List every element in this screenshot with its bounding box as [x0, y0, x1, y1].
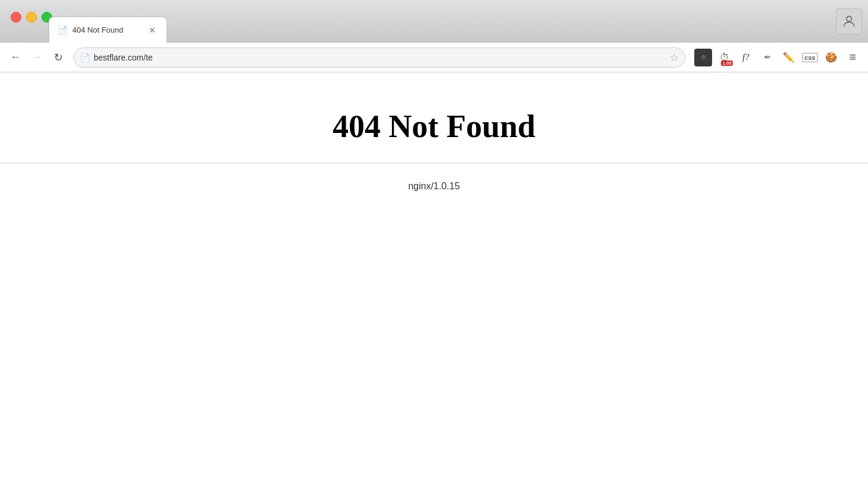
tab-close-button[interactable]: ✕ — [146, 24, 158, 36]
browser-window: 📄 404 Not Found ✕ ← → ↻ 📄 ☆ ⏱ — [0, 0, 868, 502]
active-tab[interactable]: 📄 404 Not Found ✕ — [49, 17, 167, 43]
edit-icon: ✒ — [764, 52, 771, 63]
new-tab-button[interactable] — [170, 25, 191, 43]
traffic-lights — [11, 12, 52, 23]
tab-page-icon: 📄 — [58, 26, 68, 35]
font-extension-icon[interactable]: f? — [736, 48, 755, 67]
load-time-badge: 1.05 — [721, 61, 733, 66]
close-button[interactable] — [11, 12, 21, 23]
highlight-icon: ✏️ — [783, 52, 794, 63]
forward-button[interactable]: → — [27, 48, 46, 67]
css-extension-icon[interactable]: css — [800, 48, 819, 67]
speed-extension-icon[interactable]: ⏱ — [694, 48, 713, 67]
css-icon: css — [802, 53, 818, 62]
back-button[interactable]: ← — [6, 48, 25, 67]
bookmark-button[interactable]: ☆ — [669, 51, 679, 64]
nav-bar: ← → ↻ 📄 ☆ ⏱ ⏱ 1.05 f? — [0, 43, 868, 72]
cookie-extension-icon[interactable]: 🍪 — [822, 48, 841, 67]
address-bar[interactable]: 📄 ☆ — [74, 47, 685, 68]
speed-icon-badge: ⏱ — [694, 49, 712, 66]
title-bar: 📄 404 Not Found ✕ — [0, 0, 868, 43]
error-heading: 404 Not Found — [333, 108, 535, 145]
highlight-extension-icon[interactable]: ✏️ — [779, 48, 798, 67]
page-divider — [0, 163, 868, 163]
tabs-bar: 📄 404 Not Found ✕ — [49, 0, 191, 43]
svg-point-0 — [847, 16, 852, 21]
tab-title: 404 Not Found — [72, 26, 142, 34]
url-input[interactable] — [94, 53, 666, 62]
page-load-extension-icon[interactable]: ⏱ 1.05 — [715, 48, 734, 67]
reload-button[interactable]: ↻ — [49, 48, 68, 67]
user-profile-button[interactable] — [836, 8, 862, 34]
cookie-icon: 🍪 — [825, 52, 837, 63]
font-icon: f? — [742, 52, 749, 62]
page-content: 404 Not Found nginx/1.0.15 — [0, 72, 868, 502]
browser-menu-button[interactable]: ≡ — [843, 48, 862, 67]
server-info: nginx/1.0.15 — [408, 181, 459, 192]
minimize-button[interactable] — [26, 12, 37, 23]
extension-icons: ⏱ ⏱ 1.05 f? ✒ ✏️ css — [694, 48, 862, 67]
page-icon: 📄 — [80, 53, 90, 62]
edit-extension-icon[interactable]: ✒ — [758, 48, 777, 67]
